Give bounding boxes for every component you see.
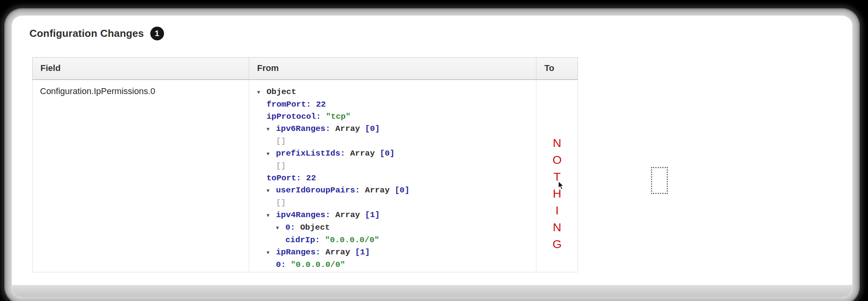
vertical-letter: G bbox=[536, 236, 578, 252]
json-tree-row: ▾ipRanges: Array [1] bbox=[249, 246, 536, 259]
column-header-from: From bbox=[249, 58, 536, 79]
json-tree-row: ▾prefixListIds: Array [0] bbox=[249, 147, 536, 160]
table-row: Configuration.IpPermissions.0 ▾Objectfro… bbox=[32, 80, 578, 272]
empty-placeholder-box bbox=[651, 167, 668, 194]
expand-triangle-icon[interactable]: ▾ bbox=[266, 185, 276, 197]
json-token-string: "0.0.0.0/0" bbox=[325, 236, 379, 245]
json-tree-row: [] bbox=[249, 160, 536, 172]
json-token-bracket: [0] bbox=[395, 186, 410, 195]
json-tree-row: toPort: 22 bbox=[249, 172, 536, 184]
column-header-to: To bbox=[536, 58, 578, 79]
expand-triangle-icon[interactable]: ▾ bbox=[266, 247, 276, 259]
vertical-letter: T bbox=[536, 168, 578, 185]
json-token-bracket: [1] bbox=[355, 248, 370, 257]
field-cell: Configuration.IpPermissions.0 bbox=[33, 80, 249, 272]
expand-triangle-icon[interactable]: ▾ bbox=[266, 148, 276, 160]
expand-triangle-icon[interactable]: ▾ bbox=[266, 123, 276, 135]
json-token-empty: [] bbox=[276, 137, 286, 146]
title-row: Configuration Changes 1 bbox=[29, 26, 164, 40]
json-token-plain: Object bbox=[300, 223, 330, 232]
json-token-key: 0: bbox=[276, 260, 291, 269]
table-header-row: Field From To bbox=[32, 57, 578, 80]
json-tree-row: ▾userIdGroupPairs: Array [0] bbox=[249, 184, 536, 197]
json-tree-row: 0: "0.0.0.0/0" bbox=[249, 259, 536, 271]
json-token-key: prefixListIds: bbox=[276, 149, 350, 158]
json-token-empty: [] bbox=[276, 198, 286, 207]
json-tree-row: ▾Object bbox=[249, 86, 536, 98]
json-tree-row: ▾0: Object bbox=[249, 221, 536, 234]
expand-triangle-icon[interactable]: ▾ bbox=[276, 222, 285, 234]
json-token-num: 22 bbox=[316, 100, 326, 109]
vertical-letter: N bbox=[536, 219, 578, 236]
page-title: Configuration Changes bbox=[29, 27, 144, 40]
json-tree-row: fromPort: 22 bbox=[249, 98, 536, 111]
json-token-key: ipv4Ranges: bbox=[276, 210, 335, 219]
json-token-key: cidrIp: bbox=[285, 236, 325, 245]
vertical-letter: N bbox=[536, 134, 578, 151]
changes-count-badge: 1 bbox=[150, 27, 164, 40]
expand-triangle-icon[interactable]: ▾ bbox=[257, 86, 266, 98]
column-header-field: Field bbox=[33, 58, 249, 79]
window-bottom-bar bbox=[12, 285, 852, 297]
vertical-letter: H bbox=[536, 185, 578, 202]
vertical-letter: I bbox=[536, 202, 578, 219]
app-window: Configuration Changes 1 Field From To Co… bbox=[12, 16, 852, 297]
json-token-plain: Array bbox=[365, 186, 395, 195]
json-token-bracket: [1] bbox=[365, 210, 380, 219]
json-token-key: userIdGroupPairs: bbox=[276, 186, 365, 195]
json-token-bracket: [0] bbox=[365, 124, 380, 133]
json-tree-row: ▾ipv4Ranges: Array [1] bbox=[249, 209, 536, 221]
json-token-num: 22 bbox=[306, 174, 316, 183]
json-tree-row: cidrIp: "0.0.0.0/0" bbox=[249, 234, 536, 246]
to-vertical-text: NOTHING bbox=[536, 80, 578, 252]
json-token-key: ipv6Ranges: bbox=[276, 124, 335, 133]
json-token-plain: Array bbox=[335, 210, 365, 219]
field-value: Configuration.IpPermissions.0 bbox=[33, 80, 249, 96]
json-token-string: "tcp" bbox=[326, 112, 350, 121]
json-token-plain: Array bbox=[325, 248, 355, 257]
json-token-key: toPort: bbox=[266, 174, 306, 183]
json-tree-row: ▾ipv6Ranges: Array [0] bbox=[249, 123, 536, 135]
to-cell: NOTHING bbox=[536, 80, 578, 272]
json-tree-row: [] bbox=[249, 197, 536, 209]
screenshot-background: Configuration Changes 1 Field From To Co… bbox=[0, 0, 868, 301]
json-tree-row: ipProtocol: "tcp" bbox=[249, 111, 536, 123]
json-tree: ▾ObjectfromPort: 22ipProtocol: "tcp"▾ipv… bbox=[249, 80, 536, 271]
json-tree-row: [] bbox=[249, 135, 536, 147]
json-token-key: ipRanges: bbox=[276, 248, 325, 257]
json-token-key: 0: bbox=[285, 223, 300, 232]
vertical-letter: O bbox=[536, 151, 578, 168]
json-token-plain: Array bbox=[350, 149, 380, 158]
config-changes-table: Field From To Configuration.IpPermission… bbox=[32, 57, 578, 272]
json-token-plain: Array bbox=[335, 124, 365, 133]
json-token-key: ipProtocol: bbox=[266, 112, 326, 121]
mouse-cursor-icon bbox=[558, 181, 564, 190]
json-token-key: fromPort: bbox=[266, 100, 316, 109]
json-token-string: "0.0.0.0/0" bbox=[291, 260, 345, 269]
json-token-plain: Object bbox=[266, 87, 296, 96]
json-token-bracket: [0] bbox=[380, 149, 395, 158]
expand-triangle-icon[interactable]: ▾ bbox=[266, 209, 276, 221]
from-cell: ▾ObjectfromPort: 22ipProtocol: "tcp"▾ipv… bbox=[249, 80, 536, 272]
json-token-empty: [] bbox=[276, 161, 286, 170]
